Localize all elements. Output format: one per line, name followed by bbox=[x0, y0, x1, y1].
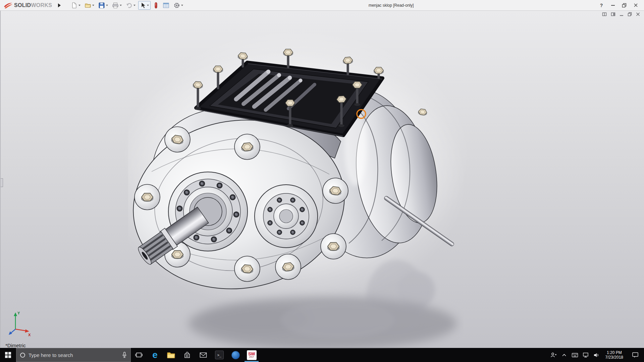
brand-text-light: WORKS bbox=[31, 2, 52, 8]
clock-time: 1:20 PM bbox=[605, 350, 623, 355]
volume-button[interactable] bbox=[592, 348, 601, 362]
solidworks-taskbar-button[interactable]: SW 2017 bbox=[244, 348, 260, 362]
document-title: menjac sklop [Read-only] bbox=[369, 0, 414, 11]
close-button[interactable] bbox=[630, 0, 641, 10]
x-axis bbox=[15, 329, 26, 331]
taskbar-search[interactable] bbox=[16, 348, 131, 362]
save-button[interactable] bbox=[97, 1, 109, 10]
cortana-circle-icon bbox=[20, 352, 25, 358]
close-icon bbox=[634, 3, 638, 7]
restore-button[interactable] bbox=[619, 0, 630, 10]
task-view-button[interactable] bbox=[131, 348, 147, 362]
volume-icon bbox=[593, 352, 600, 358]
search-input[interactable] bbox=[29, 352, 119, 358]
options-gear-icon bbox=[173, 2, 180, 9]
x-axis-label: X bbox=[28, 333, 31, 337]
store-button[interactable] bbox=[179, 348, 195, 362]
help-button[interactable]: ? bbox=[596, 0, 607, 10]
design-table-grid-icon bbox=[163, 2, 169, 9]
mail-button[interactable] bbox=[195, 348, 211, 362]
print-icon bbox=[112, 2, 119, 9]
mail-icon bbox=[199, 352, 207, 358]
file-explorer-icon bbox=[167, 351, 175, 359]
appearance-button[interactable] bbox=[152, 1, 160, 10]
open-folder-icon bbox=[85, 2, 91, 9]
new-document-button[interactable] bbox=[69, 1, 82, 10]
hidden-icons-button[interactable] bbox=[560, 348, 569, 362]
touch-keyboard-button[interactable] bbox=[571, 348, 579, 362]
appearance-capsule-icon bbox=[153, 2, 159, 9]
toolbar-flyout-arrow-icon[interactable] bbox=[57, 3, 62, 7]
select-tool-button[interactable] bbox=[138, 1, 151, 10]
open-button[interactable] bbox=[83, 1, 96, 10]
minimize-icon bbox=[611, 5, 615, 6]
new-document-icon bbox=[71, 2, 77, 9]
z-axis bbox=[11, 329, 15, 333]
people-button[interactable] bbox=[549, 348, 558, 362]
save-floppy-icon bbox=[98, 2, 105, 9]
file-explorer-button[interactable] bbox=[163, 348, 179, 362]
pane-right-icon[interactable] bbox=[611, 12, 615, 16]
action-center-button[interactable] bbox=[628, 348, 643, 362]
blue-app-button[interactable] bbox=[227, 348, 244, 362]
graphics-area[interactable]: Y X *Dimetric bbox=[0, 11, 644, 348]
doc-restore-button[interactable] bbox=[628, 12, 632, 16]
window-controls: ? bbox=[596, 0, 644, 10]
people-icon bbox=[550, 352, 557, 358]
start-button[interactable] bbox=[0, 348, 16, 362]
windows-logo-icon bbox=[5, 352, 11, 358]
command-prompt-icon: >_ bbox=[215, 351, 224, 359]
blue-app-icon bbox=[231, 351, 240, 359]
print-button[interactable] bbox=[111, 1, 123, 10]
clock-date: 7/23/2018 bbox=[605, 355, 623, 360]
doc-close-button[interactable] bbox=[636, 12, 640, 16]
edge-button[interactable]: e bbox=[147, 348, 163, 362]
taskbar: e >_ SW 2017 bbox=[0, 348, 644, 362]
undo-button[interactable] bbox=[124, 1, 137, 10]
solidworks-app-icon: SW 2017 bbox=[247, 350, 257, 360]
doc-minimize-button[interactable] bbox=[620, 12, 624, 16]
network-button[interactable] bbox=[581, 348, 590, 362]
select-cursor-icon bbox=[140, 2, 146, 9]
touch-keyboard-icon bbox=[572, 353, 578, 358]
titlebar: SOLIDWORKS bbox=[0, 0, 644, 11]
solidworks-logo: SOLIDWORKS bbox=[0, 2, 52, 9]
quick-toolbar bbox=[69, 1, 184, 10]
document-window-controls bbox=[602, 12, 640, 16]
design-table-button[interactable] bbox=[161, 1, 171, 10]
solidworks-logo-icon bbox=[3, 2, 13, 9]
system-tray: 1:20 PM 7/23/2018 bbox=[549, 348, 644, 362]
network-icon bbox=[582, 352, 589, 358]
microphone-icon[interactable] bbox=[122, 352, 127, 358]
pane-left-icon[interactable] bbox=[602, 12, 607, 16]
undo-arrow-icon bbox=[126, 2, 132, 9]
store-icon bbox=[183, 351, 191, 359]
view-orientation-label: *Dimetric bbox=[5, 343, 26, 348]
brand-text-bold: SOLID bbox=[14, 2, 31, 8]
pane-splitter-handle[interactable] bbox=[1, 178, 3, 187]
options-button[interactable] bbox=[172, 1, 184, 10]
restore-icon bbox=[622, 3, 627, 8]
secondary-flange[interactable] bbox=[255, 185, 318, 248]
command-prompt-button[interactable]: >_ bbox=[211, 348, 227, 362]
taskbar-clock[interactable]: 1:20 PM 7/23/2018 bbox=[603, 350, 626, 360]
y-axis-label: Y bbox=[17, 311, 20, 315]
task-view-icon bbox=[135, 351, 143, 359]
edge-icon: e bbox=[152, 350, 158, 360]
orientation-triad: Y X bbox=[3, 310, 34, 339]
action-center-icon bbox=[632, 352, 639, 358]
minimize-button[interactable] bbox=[607, 0, 619, 10]
gearbox-model[interactable] bbox=[128, 40, 464, 349]
chevron-up-icon bbox=[562, 353, 567, 357]
